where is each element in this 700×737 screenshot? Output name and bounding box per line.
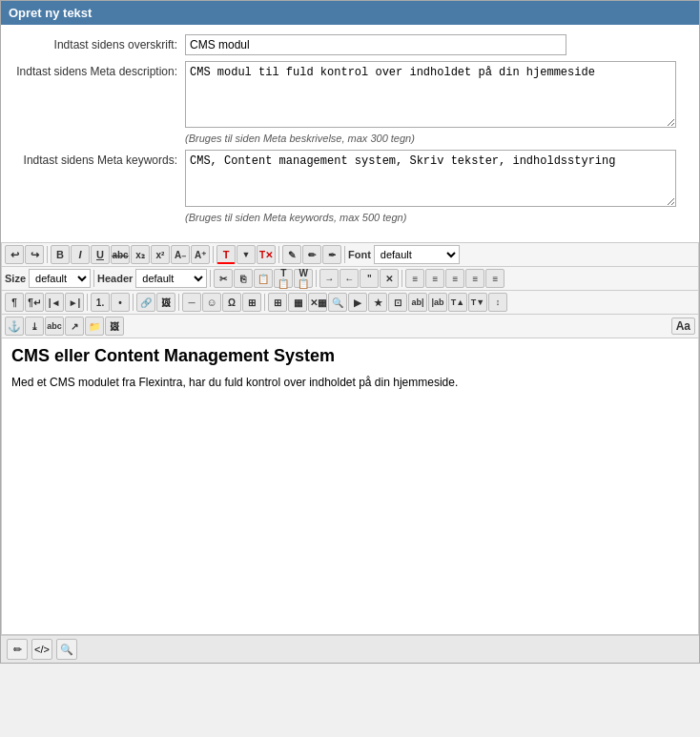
- image2-button[interactable]: 🖼: [105, 317, 124, 336]
- anchor-button[interactable]: ⚓: [5, 317, 24, 336]
- align-right-button[interactable]: ≡: [445, 269, 464, 288]
- editor-container: ↩ ↪ B I U abc x₂ x² A₋ A⁺ T ▼ T✕ ✎ ✏ ✒ F…: [1, 242, 699, 635]
- bottom-toolbar: ✏ </> 🔍: [1, 635, 699, 663]
- redo-button[interactable]: ↪: [25, 245, 44, 264]
- meta-kw-textarea[interactable]: CMS, Content management system, Skriv te…: [185, 150, 676, 207]
- align-center-button[interactable]: ≡: [425, 269, 444, 288]
- insert-img-button[interactable]: 🖼: [156, 293, 175, 312]
- edit-btn1[interactable]: ab|: [408, 293, 427, 312]
- undo-button[interactable]: ↩: [5, 245, 24, 264]
- table2-button[interactable]: ▦: [288, 293, 307, 312]
- text-color-button[interactable]: T: [216, 245, 236, 264]
- sep1: [47, 246, 48, 263]
- edit-source-button[interactable]: ✏: [7, 639, 28, 660]
- blockquote-button[interactable]: ": [360, 269, 379, 288]
- show-br-button[interactable]: ¶↵: [25, 293, 44, 312]
- align-justify-button[interactable]: ≡: [465, 269, 484, 288]
- sep6: [210, 270, 211, 287]
- del-button[interactable]: ✕: [380, 269, 399, 288]
- meta-desc-hint: (Bruges til siden Meta beskrivelse, max …: [185, 133, 691, 144]
- pencil-icon: ✏: [13, 644, 22, 656]
- meta-desc-textarea[interactable]: CMS modul til fuld kontrol over indholde…: [185, 61, 676, 128]
- text-color-dropdown[interactable]: ▼: [237, 245, 256, 264]
- code-view-button[interactable]: </>: [31, 639, 52, 660]
- sep8: [401, 270, 402, 287]
- meta-kw-row: Indtast sidens Meta keywords: CMS, Conte…: [9, 150, 691, 223]
- video-button[interactable]: ▶: [348, 293, 367, 312]
- paste-text-button[interactable]: T📋: [274, 269, 293, 288]
- remove-format-button[interactable]: T✕: [257, 245, 276, 264]
- underline-button[interactable]: U: [91, 245, 110, 264]
- insert-link-button[interactable]: 🔗: [136, 293, 155, 312]
- meta-kw-input-area: CMS, Content management system, Skriv te…: [185, 150, 691, 223]
- meta-desc-label: Indtast sidens Meta description:: [9, 61, 185, 78]
- remove-table-button[interactable]: ✕▦: [308, 293, 327, 312]
- indent-button[interactable]: →: [319, 269, 339, 288]
- file-button[interactable]: 📁: [85, 317, 104, 336]
- edit-btn4[interactable]: T▼: [468, 293, 487, 312]
- textbox-button[interactable]: abc: [45, 317, 64, 336]
- outdent-button[interactable]: ←: [340, 269, 359, 288]
- highlight-button[interactable]: ✎: [282, 245, 301, 264]
- sep9: [87, 294, 88, 311]
- sep4: [344, 246, 345, 263]
- editor-content[interactable]: CMS eller Content Management System Med …: [2, 338, 698, 634]
- pagebreak-button[interactable]: ⊞: [242, 293, 261, 312]
- editor-heading: CMS eller Content Management System: [11, 346, 689, 366]
- table-button[interactable]: ⊞: [268, 293, 287, 312]
- meta-kw-hint: (Bruges til siden Meta keywords, max 500…: [185, 212, 691, 223]
- next-button[interactable]: ►|: [65, 293, 84, 312]
- headline-input[interactable]: [185, 34, 566, 55]
- search-button[interactable]: 🔍: [56, 639, 77, 660]
- paste-button[interactable]: 📋: [254, 269, 273, 288]
- main-container: Opret ny tekst Indtast sidens overskrift…: [0, 0, 700, 664]
- sep2: [213, 246, 214, 263]
- strikethrough-button[interactable]: abc: [111, 245, 130, 264]
- prev-button[interactable]: |◄: [45, 293, 64, 312]
- special-char-button[interactable]: Ω: [222, 293, 241, 312]
- subscript-button[interactable]: x₂: [131, 245, 150, 264]
- meta-kw-label: Indtast sidens Meta keywords:: [9, 150, 185, 167]
- title-bar: Opret ny tekst: [1, 1, 699, 25]
- font-size-dec-button[interactable]: A₋: [171, 245, 190, 264]
- form-area: Indtast sidens overskrift: Indtast siden…: [1, 25, 699, 238]
- iframe-button[interactable]: ⊡: [388, 293, 407, 312]
- toolbar-row-2: Size default 8pt 10pt 12pt Header defaul…: [2, 267, 698, 291]
- insert2-button[interactable]: ⤓: [25, 317, 44, 336]
- superscript-button[interactable]: x²: [151, 245, 170, 264]
- highlight2-button[interactable]: ✏: [302, 245, 321, 264]
- align-other-button[interactable]: ≡: [485, 269, 504, 288]
- ordered-list-button[interactable]: 1.: [91, 293, 110, 312]
- font-label: Font: [348, 249, 371, 260]
- sep11: [178, 294, 179, 311]
- bold-button[interactable]: B: [51, 245, 70, 264]
- show-blocks-button[interactable]: ¶: [5, 293, 24, 312]
- headline-input-area: [185, 34, 691, 55]
- headline-row: Indtast sidens overskrift:: [9, 34, 691, 55]
- arrow-button[interactable]: ↗: [65, 317, 84, 336]
- font-size-inc-button[interactable]: A⁺: [191, 245, 210, 264]
- align-left-button[interactable]: ≡: [405, 269, 424, 288]
- headline-label: Indtast sidens overskrift:: [9, 34, 185, 51]
- italic-button[interactable]: I: [71, 245, 90, 264]
- header-select[interactable]: default H1 H2 H3: [135, 269, 207, 288]
- page-title: Opret ny tekst: [9, 6, 92, 20]
- unordered-list-button[interactable]: •: [111, 293, 130, 312]
- smiley-button[interactable]: ☺: [202, 293, 221, 312]
- aa-button[interactable]: Aa: [671, 317, 695, 335]
- edit-btn3[interactable]: T▲: [448, 293, 467, 312]
- size-select[interactable]: default 8pt 10pt 12pt: [29, 269, 91, 288]
- find-button[interactable]: 🔍: [328, 293, 347, 312]
- edit-btn2[interactable]: |ab: [428, 293, 447, 312]
- flash-button[interactable]: ★: [368, 293, 387, 312]
- paste-word-button[interactable]: W📋: [294, 269, 313, 288]
- highlight3-button[interactable]: ✒: [322, 245, 341, 264]
- hr-button[interactable]: ─: [182, 293, 201, 312]
- size-label: Size: [5, 273, 26, 284]
- meta-desc-row: Indtast sidens Meta description: CMS mod…: [9, 61, 691, 144]
- cut-button[interactable]: ✂: [214, 269, 233, 288]
- copy-button[interactable]: ⎘: [234, 269, 253, 288]
- sep10: [133, 294, 134, 311]
- font-select[interactable]: default Arial Times New Roman Courier Ne…: [374, 245, 460, 264]
- edit-btn5[interactable]: ↕: [488, 293, 507, 312]
